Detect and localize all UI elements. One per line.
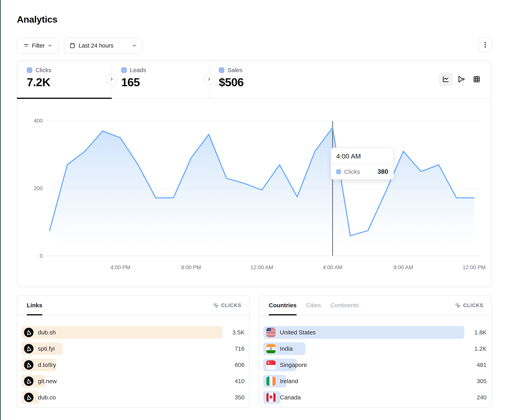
country-clicks-value: 1.2K <box>464 345 486 352</box>
line-chart-icon <box>442 75 449 83</box>
svg-text:12:00 PM: 12:00 PM <box>463 264 486 270</box>
chevron-right-icon <box>207 77 212 81</box>
country-label: Ireland <box>280 378 298 384</box>
analytics-chart-card: Clicks 7.2K Leads 165 Sales $506 <box>17 60 492 287</box>
tab-countries[interactable]: Countries <box>269 296 297 315</box>
svg-text:8:00 PM: 8:00 PM <box>181 264 201 270</box>
funnel-icon <box>457 75 465 83</box>
svg-text:200: 200 <box>34 185 43 191</box>
chevron-down-icon <box>132 43 137 48</box>
date-range-button[interactable]: Last 24 hours <box>64 38 142 53</box>
date-range-label: Last 24 hours <box>79 42 113 49</box>
dub-logo-icon <box>24 360 34 370</box>
chevron-right-icon <box>109 77 114 81</box>
svg-text:12:00 AM: 12:00 AM <box>251 264 273 270</box>
svg-text:0: 0 <box>40 253 43 259</box>
link-clicks-value: 410 <box>222 378 245 384</box>
tab-cities[interactable]: Cities <box>306 296 321 315</box>
svg-text:4:00 AM: 4:00 AM <box>323 264 342 270</box>
filter-button-label: Filter <box>32 42 45 49</box>
filter-button[interactable]: Filter <box>17 38 59 53</box>
tab-label: Cities <box>306 302 321 309</box>
svg-text:8:00 AM: 8:00 AM <box>394 264 413 270</box>
country-clicks-value: 240 <box>464 394 486 401</box>
country-clicks-value: 1.8K <box>464 329 486 336</box>
metric-value: 165 <box>121 75 209 89</box>
clicks-time-series-chart[interactable]: 02004004:00 PM8:00 PM12:00 AM4:00 AM8:00… <box>17 98 491 287</box>
table-view-button[interactable] <box>470 73 483 86</box>
link-label: dub.co <box>38 394 56 401</box>
dub-logo-icon <box>24 344 34 354</box>
link-label: d.to/try <box>38 362 56 368</box>
tab-label: Continents <box>330 302 359 309</box>
calendar-icon <box>69 43 75 49</box>
link-row[interactable]: spti.fyi 716 <box>21 342 245 355</box>
metric-value: $506 <box>219 75 307 89</box>
metric-tab-leads[interactable]: Leads 165 <box>112 60 209 98</box>
metric-tab-clicks[interactable]: Clicks 7.2K <box>17 60 112 98</box>
tab-continents[interactable]: Continents <box>330 296 359 315</box>
ireland-flag-icon <box>266 377 276 386</box>
metric-label: Leads <box>130 67 146 73</box>
country-row[interactable]: India 1.2K <box>263 342 486 355</box>
metric-label: Clicks <box>36 67 51 73</box>
country-label: United States <box>280 329 316 336</box>
tab-links[interactable]: Links <box>27 296 42 315</box>
panel-metric-selector[interactable]: CLICKS <box>213 302 241 308</box>
tooltip-value: 380 <box>377 168 388 175</box>
panel-metric-selector[interactable]: CLICKS <box>455 302 483 308</box>
link-row[interactable]: dub.co 350 <box>21 391 245 404</box>
metric-label: Sales <box>228 67 242 73</box>
link-row[interactable]: dub.sh 3.5K <box>21 326 245 339</box>
link-clicks-value: 716 <box>222 345 245 352</box>
singapore-flag-icon <box>266 360 276 369</box>
leads-swatch-icon <box>121 67 127 73</box>
svg-text:4:00 PM: 4:00 PM <box>110 264 130 270</box>
clicks-swatch-icon <box>27 67 32 73</box>
filter-icon <box>23 43 29 49</box>
svg-text:400: 400 <box>34 118 43 124</box>
cursor-click-icon <box>213 302 219 308</box>
link-row[interactable]: d.to/try 606 <box>21 359 245 371</box>
dub-logo-icon <box>24 377 34 386</box>
us-flag-icon <box>266 328 276 337</box>
country-row[interactable]: Canada 240 <box>263 391 486 404</box>
country-label: Canada <box>280 394 301 401</box>
kebab-icon <box>482 41 488 48</box>
page-title: Analytics <box>17 14 57 25</box>
country-row[interactable]: Ireland 305 <box>263 375 486 388</box>
country-clicks-value: 305 <box>464 378 486 384</box>
country-label: Singapore <box>280 362 307 368</box>
grid-icon <box>473 75 480 83</box>
window-edge-accent <box>0 0 1 420</box>
tab-label: Links <box>27 302 42 309</box>
next-metric-button[interactable] <box>204 73 215 85</box>
link-row[interactable]: git.new 410 <box>21 375 245 388</box>
metric-tabs-row: Clicks 7.2K Leads 165 Sales $506 <box>17 60 492 99</box>
link-label: dub.sh <box>38 329 56 336</box>
chart-tooltip: 4:00 AM Clicks 380 <box>331 148 394 180</box>
canada-flag-icon <box>266 393 276 402</box>
metric-tab-sales[interactable]: Sales $506 <box>209 60 307 98</box>
countries-panel: Countries Cities Continents CLICKS Unite… <box>259 295 492 408</box>
more-options-button[interactable] <box>479 37 492 52</box>
next-metric-button[interactable] <box>106 73 117 85</box>
link-clicks-value: 606 <box>222 362 245 368</box>
link-clicks-value: 3.5K <box>222 329 245 336</box>
chevron-down-icon <box>47 43 52 48</box>
dub-logo-icon <box>24 328 34 337</box>
link-label: spti.fyi <box>38 345 55 352</box>
clicks-swatch-icon <box>336 169 341 174</box>
country-clicks-value: 481 <box>464 362 486 368</box>
cursor-click-icon <box>455 302 461 308</box>
tooltip-time: 4:00 AM <box>331 148 393 164</box>
country-row[interactable]: United States 1.8K <box>263 326 486 339</box>
link-label: git.new <box>38 378 57 384</box>
clicks-area-chart[interactable]: 02004004:00 PM8:00 PM12:00 AM4:00 AM8:00… <box>17 98 491 287</box>
panel-metric-label: CLICKS <box>221 303 241 308</box>
country-row[interactable]: Singapore 481 <box>263 359 486 371</box>
line-chart-button[interactable] <box>439 73 452 86</box>
panel-metric-label: CLICKS <box>463 303 483 308</box>
tooltip-series-label: Clicks <box>344 168 360 175</box>
funnel-chart-button[interactable] <box>455 73 468 86</box>
